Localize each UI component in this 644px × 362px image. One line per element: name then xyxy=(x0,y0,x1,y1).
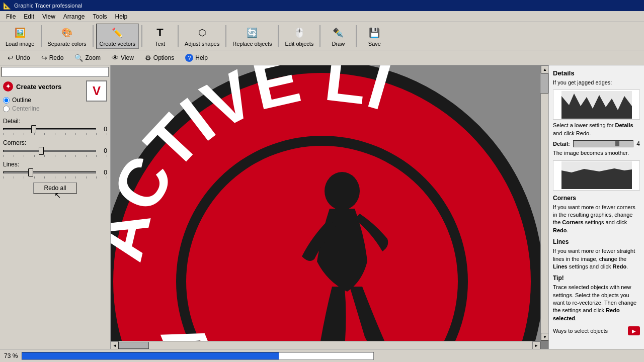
menu-tools[interactable]: Tools xyxy=(89,12,111,21)
zoom-button[interactable]: 🔍 Zoom xyxy=(70,51,105,64)
jagged-after-image xyxy=(553,160,640,191)
search-input[interactable] xyxy=(2,67,109,77)
menu-arrange[interactable]: Arrange xyxy=(59,12,89,21)
menu-view[interactable]: View xyxy=(38,12,59,21)
tick xyxy=(3,155,4,157)
load-image-button[interactable]: 🖼️ Load image xyxy=(2,24,38,49)
scroll-up-button[interactable]: ▲ xyxy=(541,65,548,73)
scroll-down-button[interactable]: ▼ xyxy=(541,333,548,341)
adjust-shapes-button[interactable]: ⬡ Adjust shapes xyxy=(181,24,223,49)
edit-objects-button[interactable]: 🖱️ Edit objects xyxy=(281,24,317,49)
lines-title: Lines xyxy=(553,238,640,245)
tick xyxy=(86,176,87,178)
tip-title: Tip! xyxy=(553,275,640,282)
tick xyxy=(24,176,24,178)
tick xyxy=(75,133,76,135)
vertical-scrollbar[interactable]: ▲ ▼ xyxy=(540,65,548,341)
detail-ticks xyxy=(3,133,107,135)
tick xyxy=(96,155,97,157)
options-button[interactable]: ⚙ Options xyxy=(140,51,179,64)
outline-radio[interactable] xyxy=(3,97,10,104)
text-button[interactable]: T Text xyxy=(145,24,175,49)
detail-slider-thumb[interactable] xyxy=(31,125,36,133)
tick xyxy=(14,155,14,157)
options-icon: ⚙ xyxy=(145,54,151,62)
corners-help-text: If you want more or fewer corners in the… xyxy=(553,204,640,235)
toolbar2: ↩ Undo ↪ Redo 🔍 Zoom 👁 View ⚙ Options ? … xyxy=(0,50,644,65)
detail-slider-track[interactable] xyxy=(3,128,96,130)
corners-ticks xyxy=(3,155,107,157)
undo-button[interactable]: ↩ Undo xyxy=(3,51,35,64)
create-vectors-button[interactable]: ✏️ Create vectors xyxy=(96,24,139,49)
save-button[interactable]: 💾 Save xyxy=(359,24,389,49)
video-icon[interactable]: ▶ xyxy=(628,326,640,335)
lines-ticks xyxy=(3,176,107,178)
view-button[interactable]: 👁 View xyxy=(107,51,138,64)
tick xyxy=(44,176,45,178)
tick xyxy=(34,155,35,157)
undo-icon: ↩ xyxy=(8,54,14,62)
centerline-label: Centerline xyxy=(12,105,40,112)
scroll-thumb-horizontal[interactable] xyxy=(119,342,149,349)
main-area: ✦ Create vectors Outline Centerline V xyxy=(0,65,644,349)
detail-slider-track-row: 0 xyxy=(3,126,107,133)
corners-title: Corners xyxy=(553,195,640,202)
separate-colors-button[interactable]: 🎨 Separate colors xyxy=(44,24,90,49)
lines-slider-thumb[interactable] xyxy=(28,168,33,176)
help-title: Details xyxy=(553,69,640,77)
detail-slider-row: Detail: 0 xyxy=(3,118,107,135)
titlebar: 📐 Graphic Tracer professional xyxy=(0,0,644,11)
help-button[interactable]: ? Help xyxy=(181,51,212,64)
statusbar: 73 % xyxy=(0,349,644,362)
replace-objects-icon: 🔄 xyxy=(245,26,259,40)
menu-help[interactable]: Help xyxy=(111,12,132,21)
draw-button[interactable]: ✒️ Draw xyxy=(323,24,353,49)
tick xyxy=(24,133,24,135)
tick xyxy=(75,176,76,178)
jagged-edge-svg xyxy=(561,91,632,119)
tick xyxy=(107,133,107,135)
tick xyxy=(86,155,87,157)
redo-bold2: Redo xyxy=(613,263,627,269)
replace-objects-button[interactable]: 🔄 Replace objects xyxy=(229,24,275,49)
progress-bar xyxy=(22,352,374,360)
detail-value: 0 xyxy=(99,126,107,133)
radio-group: Outline Centerline xyxy=(3,97,40,114)
lines-value: 0 xyxy=(99,169,107,176)
lines-slider-track-row: 0 xyxy=(3,169,107,176)
menu-file[interactable]: File xyxy=(2,12,20,21)
menu-edit[interactable]: Edit xyxy=(20,12,38,21)
corners-slider-thumb[interactable] xyxy=(39,147,44,155)
tick xyxy=(107,176,107,178)
ways-select-row: Ways to select objects ▶ xyxy=(553,326,640,335)
horizontal-scrollbar[interactable]: ◄ ► xyxy=(111,341,540,349)
tick xyxy=(96,133,97,135)
lines-slider-track[interactable] xyxy=(3,171,96,173)
jagged-before-image xyxy=(553,89,640,120)
detail-range-bar xyxy=(573,140,634,147)
detail-range-label: Detail: xyxy=(553,141,570,147)
create-vectors-icon: ✏️ xyxy=(110,26,124,40)
redo-button[interactable]: ↪ Redo xyxy=(37,51,68,64)
tick xyxy=(65,155,66,157)
scroll-thumb-vertical[interactable] xyxy=(540,73,548,94)
badge-canvas: ACTIVE LI ACTIVE LI xyxy=(111,65,540,341)
detail-label: Detail: xyxy=(3,118,107,125)
left-panel: ✦ Create vectors Outline Centerline V xyxy=(0,65,111,349)
centerline-radio[interactable] xyxy=(3,106,10,112)
panel-content: ✦ Create vectors Outline Centerline V xyxy=(0,78,110,349)
canvas-area: ACTIVE LI ACTIVE LI xyxy=(111,65,548,349)
right-panel: Details If you get jagged edges: Select … xyxy=(548,65,644,349)
corners-slider-track[interactable] xyxy=(3,150,96,152)
lines-slider-row: Lines: 0 xyxy=(3,161,107,178)
tick xyxy=(44,155,45,157)
redo-selected-bold: Redo selected xyxy=(553,307,620,321)
zoom-icon: 🔍 xyxy=(74,54,83,62)
v-logo: V xyxy=(86,80,107,102)
tick xyxy=(3,176,4,178)
scroll-right-button[interactable]: ► xyxy=(532,341,540,349)
smooth-edge-svg xyxy=(561,161,632,189)
separator xyxy=(93,25,94,47)
separator xyxy=(141,25,142,47)
scroll-left-button[interactable]: ◄ xyxy=(111,341,119,349)
